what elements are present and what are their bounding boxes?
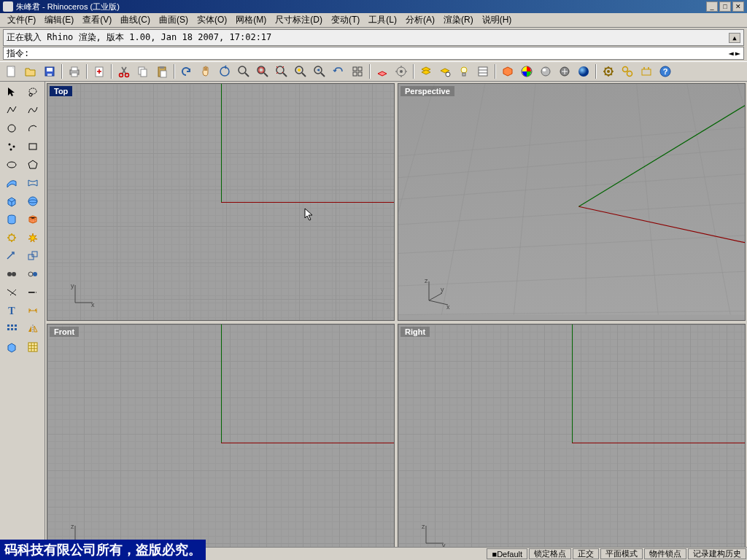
paste-button[interactable]	[153, 63, 171, 80]
lasso-button[interactable]	[23, 83, 43, 101]
curve-button[interactable]	[23, 101, 43, 119]
rotate-view-button[interactable]	[216, 63, 233, 80]
select-button[interactable]	[1, 83, 22, 101]
circle-button[interactable]	[1, 120, 22, 137]
menu-analyze[interactable]: 分析(A)	[401, 12, 439, 28]
menu-dimension[interactable]: 尺寸标注(D)	[271, 12, 327, 28]
menu-edit[interactable]: 编辑(E)	[40, 12, 78, 28]
undo-view-button[interactable]	[330, 63, 347, 80]
mesh-button[interactable]	[23, 211, 43, 228]
move-button[interactable]	[1, 247, 22, 265]
history-prev[interactable]: ◄	[729, 48, 734, 58]
sphere-shade-button[interactable]	[575, 63, 592, 80]
surface-button[interactable]	[1, 174, 22, 192]
light-button[interactable]	[455, 63, 473, 80]
zoom-previous-button[interactable]	[311, 63, 328, 80]
viewport-perspective-label[interactable]: Perspective	[400, 86, 454, 96]
zoom-dynamic-button[interactable]	[235, 63, 252, 80]
shade-button[interactable]	[537, 63, 554, 80]
command-input[interactable]	[32, 48, 728, 58]
array-button[interactable]	[1, 320, 22, 338]
layer-states-button[interactable]	[436, 63, 454, 80]
viewport-right-label[interactable]: Right	[400, 327, 430, 337]
menu-tools[interactable]: 工具(L)	[364, 12, 401, 28]
help-button[interactable]: ?	[657, 63, 674, 80]
render-button[interactable]	[499, 63, 516, 80]
new-button[interactable]	[3, 63, 20, 80]
menu-mesh[interactable]: 网格(M)	[231, 12, 271, 28]
status-osnap[interactable]: 物件锁点	[644, 548, 686, 559]
menu-render[interactable]: 渲染(R)	[439, 12, 478, 28]
material-color-button[interactable]	[518, 63, 535, 80]
menu-solid[interactable]: 实体(O)	[193, 12, 231, 28]
history-next[interactable]: ►	[735, 48, 740, 58]
zoom-window-button[interactable]	[254, 63, 271, 80]
set-view-button[interactable]	[392, 63, 410, 80]
arc-button[interactable]	[23, 120, 43, 137]
zoom-extents-button[interactable]	[273, 63, 290, 80]
svg-point-60	[28, 197, 37, 206]
mirror-button[interactable]	[23, 320, 43, 338]
status-planar[interactable]: 平面模式	[600, 548, 643, 559]
undo-button[interactable]	[178, 63, 196, 80]
viewport-front-label[interactable]: Front	[50, 327, 79, 337]
ellipse-button[interactable]	[1, 156, 22, 174]
viewport-front[interactable]: Front zx	[47, 324, 395, 560]
history-scroll-up[interactable]: ▲	[729, 33, 740, 43]
viewport-top-label[interactable]: Top	[50, 86, 72, 96]
menu-transform[interactable]: 变动(T)	[327, 12, 364, 28]
dimension-button[interactable]	[23, 302, 43, 319]
status-layer[interactable]: ■ Default	[487, 548, 527, 559]
solid-sphere-button[interactable]	[23, 192, 43, 210]
four-viewport-button[interactable]	[349, 63, 366, 80]
offset-srf-button[interactable]	[1, 338, 22, 356]
plugin-button[interactable]	[638, 63, 655, 80]
menu-file[interactable]: 文件(F)	[3, 12, 40, 28]
split-button[interactable]	[23, 265, 43, 283]
viewport-top[interactable]: Top yx	[47, 83, 395, 321]
minimize-button[interactable]: _	[706, 1, 718, 12]
surface2-button[interactable]	[23, 174, 43, 192]
polyline-button[interactable]	[1, 101, 22, 119]
options2-button[interactable]	[619, 63, 636, 80]
polygon-button[interactable]	[23, 156, 43, 174]
status-ortho[interactable]: 正交	[573, 548, 599, 559]
status-history[interactable]: 记录建构历史	[688, 548, 746, 559]
point-button[interactable]	[1, 138, 22, 155]
viewport-right[interactable]: Right zy	[398, 324, 746, 560]
properties-button[interactable]	[474, 63, 492, 80]
copy-button[interactable]	[134, 63, 152, 80]
rectangle-button[interactable]	[23, 138, 43, 155]
layer-edit-button[interactable]	[417, 63, 435, 80]
maximize-button[interactable]: □	[719, 1, 731, 12]
pan-button[interactable]	[197, 63, 214, 80]
clipboard-export-icon	[93, 65, 106, 78]
solid-box-button[interactable]	[1, 192, 22, 210]
zoom-selected-button[interactable]	[292, 63, 309, 80]
cut-button[interactable]	[115, 63, 133, 80]
options-button[interactable]	[600, 63, 617, 80]
transform-gear-button[interactable]	[1, 229, 22, 246]
status-snap[interactable]: 锁定格点	[529, 548, 571, 559]
cplane-button[interactable]	[374, 63, 391, 80]
menu-surface[interactable]: 曲面(S)	[155, 12, 193, 28]
watermark-text: 码科技有限公司所有，盗版必究。	[0, 540, 206, 560]
copy-obj-button[interactable]	[23, 247, 43, 265]
close-button[interactable]: ✕	[732, 1, 744, 12]
extend-button[interactable]	[23, 284, 43, 301]
solid-cylinder-button[interactable]	[1, 211, 22, 228]
render-options-button[interactable]	[556, 63, 573, 80]
trim-button[interactable]	[1, 284, 22, 301]
menu-help[interactable]: 说明(H)	[478, 12, 516, 28]
join-button[interactable]	[1, 265, 22, 283]
text-button[interactable]: T	[1, 302, 22, 319]
export-clip-button[interactable]	[90, 63, 108, 80]
print-button[interactable]	[66, 63, 83, 80]
viewport-perspective[interactable]: Perspective zyx	[398, 83, 746, 321]
save-button[interactable]	[41, 63, 58, 80]
open-button[interactable]	[22, 63, 39, 80]
menu-view[interactable]: 查看(V)	[78, 12, 116, 28]
menu-curve[interactable]: 曲线(C)	[116, 12, 155, 28]
explode-button[interactable]	[23, 229, 43, 246]
grid-toggle-button[interactable]	[23, 338, 43, 356]
